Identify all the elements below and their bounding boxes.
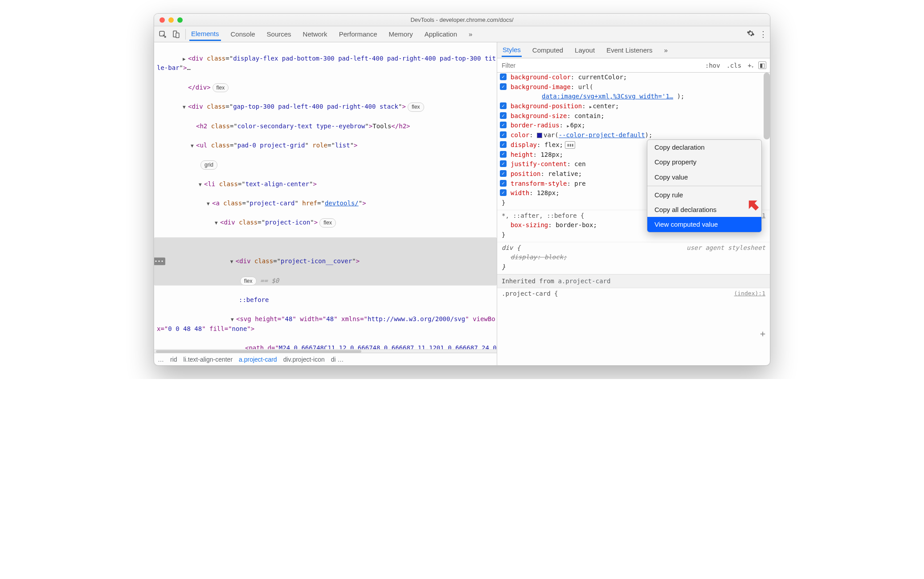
checkbox-icon[interactable] xyxy=(500,102,507,109)
tab-sources[interactable]: Sources xyxy=(265,28,293,41)
selector[interactable]: div { xyxy=(502,244,520,251)
tab-elements[interactable]: Elements xyxy=(189,27,221,41)
layout-badge-flex[interactable]: flex xyxy=(240,277,257,286)
css-declaration[interactable]: border-radius: 6px; xyxy=(502,121,765,130)
context-menu-item[interactable]: View computed value xyxy=(647,217,761,232)
css-variable[interactable]: --color-project-default xyxy=(559,131,645,139)
attr-value: gap-top-300 pad-left-400 pad-right-400 s… xyxy=(233,103,398,110)
css-value: flex; xyxy=(544,141,563,148)
new-style-rule-button[interactable]: +▾ xyxy=(746,61,756,70)
tag-text: " fill=" xyxy=(202,325,232,332)
breadcrumb-item[interactable]: div.project-icon xyxy=(283,356,325,363)
titlebar: DevTools - developer.chrome.com/docs/ xyxy=(154,14,770,26)
selected-dom-node[interactable]: ••• <div class="project-icon__cover"> fl… xyxy=(154,237,497,285)
side-tab-styles[interactable]: Styles xyxy=(502,43,522,57)
tab-console[interactable]: Console xyxy=(229,28,257,41)
breadcrumb-overflow[interactable]: … xyxy=(158,356,164,363)
tab-performance[interactable]: Performance xyxy=(337,28,379,41)
close-window-button[interactable] xyxy=(159,17,165,23)
layout-badge-grid[interactable]: grid xyxy=(200,160,217,170)
breadcrumb-item-active[interactable]: a.project-card xyxy=(239,356,277,363)
css-value: cen xyxy=(574,160,585,167)
side-tab-layout[interactable]: Layout xyxy=(574,44,596,57)
elements-pane: <div class="display-flex pad-bottom-300 … xyxy=(154,42,497,365)
menu-separator xyxy=(647,186,761,186)
context-menu-item[interactable]: Copy property xyxy=(647,155,761,169)
checkbox-icon[interactable] xyxy=(500,112,507,119)
checkbox-icon[interactable] xyxy=(500,122,507,128)
checkbox-icon[interactable] xyxy=(500,189,507,196)
context-menu-item[interactable]: Copy declaration xyxy=(647,140,761,155)
layout-badge-flex[interactable]: flex xyxy=(319,218,336,228)
css-property: background-color xyxy=(511,73,571,81)
horizontal-scrollbar[interactable] xyxy=(154,349,497,353)
css-property: border-radius xyxy=(511,122,560,129)
css-declaration[interactable]: color: var(--color-project-default); xyxy=(502,130,765,140)
inspect-element-icon[interactable] xyxy=(157,29,168,40)
dom-tree[interactable]: <div class="display-flex pad-bottom-300 … xyxy=(154,42,497,349)
css-declaration[interactable]: background-size: contain; xyxy=(502,111,765,121)
gear-icon[interactable] xyxy=(747,29,755,39)
context-menu-item[interactable]: Copy all declarations xyxy=(647,202,761,217)
tab-network[interactable]: Network xyxy=(301,28,329,41)
minimize-window-button[interactable] xyxy=(168,17,174,23)
css-property: background-image xyxy=(511,83,571,90)
css-declaration[interactable]: background-image: url(data:image/svg+xml… xyxy=(502,82,765,102)
expand-shorthand-icon[interactable] xyxy=(567,122,570,129)
side-tab-event-listeners[interactable]: Event Listeners xyxy=(605,44,653,57)
checkbox-icon[interactable] xyxy=(500,151,507,158)
checkbox-icon[interactable] xyxy=(500,73,507,80)
checkbox-icon[interactable] xyxy=(500,141,507,148)
tab-application[interactable]: Application xyxy=(423,28,459,41)
zoom-window-button[interactable] xyxy=(177,17,183,23)
checkbox-icon[interactable] xyxy=(500,180,507,187)
selector[interactable]: *, ::after, ::before { xyxy=(502,212,584,219)
device-toolbar-icon[interactable] xyxy=(170,29,182,40)
tab-memory[interactable]: Memory xyxy=(387,28,415,41)
layout-badge-flex[interactable]: flex xyxy=(408,102,424,112)
attr-value: http://www.w3.org/2000/svg xyxy=(368,315,465,322)
add-rule-plus-icon[interactable]: + xyxy=(760,327,765,341)
separator xyxy=(185,29,186,40)
css-value: contain; xyxy=(574,112,604,119)
color-swatch-icon[interactable] xyxy=(537,133,542,138)
breadcrumb-item[interactable]: rid xyxy=(170,356,177,363)
sidebar-tabs: Styles Computed Layout Event Listeners » xyxy=(497,42,770,58)
main-toolbar: Elements Console Sources Network Perform… xyxy=(154,26,770,42)
flexbox-editor-icon[interactable]: ▮▮▮ xyxy=(565,141,575,149)
pseudo-element[interactable]: ::before xyxy=(239,296,269,303)
css-declaration-overridden[interactable]: display: block; xyxy=(502,253,765,262)
checkbox-icon[interactable] xyxy=(500,160,507,167)
css-declaration[interactable]: background-color: currentColor; xyxy=(502,73,765,82)
layout-badge-flex[interactable]: flex xyxy=(213,83,229,93)
source-link[interactable]: (index):1 xyxy=(734,289,765,298)
css-declaration[interactable]: background-position: center; xyxy=(502,102,765,111)
context-menu-item[interactable]: Copy value xyxy=(647,170,761,184)
kebab-menu-icon[interactable]: ⋮ xyxy=(759,29,767,39)
side-tabs-overflow[interactable]: » xyxy=(663,44,669,57)
toggle-computed-panel-icon[interactable]: ◧ xyxy=(758,61,766,69)
href-link[interactable]: devtools/ xyxy=(325,200,359,207)
breadcrumb-item[interactable]: di … xyxy=(331,356,344,363)
inherit-selector[interactable]: a.project-card xyxy=(558,277,610,285)
selector[interactable]: .project-card { xyxy=(502,290,558,297)
css-value: relative; xyxy=(548,170,582,177)
content: <div class="display-flex pad-bottom-300 … xyxy=(154,42,770,365)
checkbox-icon[interactable] xyxy=(500,131,507,138)
inherited-from-header: Inherited from a.project-card xyxy=(497,274,770,289)
context-menu-item[interactable]: Copy rule xyxy=(647,188,761,202)
styles-filter-input[interactable] xyxy=(501,61,701,69)
breadcrumbs[interactable]: … rid li.text-align-center a.project-car… xyxy=(154,353,497,365)
url-link[interactable]: data:image/svg+xml,%3Csvg width='1… xyxy=(542,93,673,100)
closing-tag: </h2> xyxy=(391,122,410,130)
css-value: center; xyxy=(593,102,619,110)
checkbox-icon[interactable] xyxy=(500,170,507,177)
css-property: background-position xyxy=(511,102,582,110)
tabs-overflow[interactable]: » xyxy=(467,28,474,41)
checkbox-icon[interactable] xyxy=(500,83,507,90)
side-tab-computed[interactable]: Computed xyxy=(532,44,564,57)
hov-button[interactable]: :hov xyxy=(703,61,722,70)
breadcrumb-item[interactable]: li.text-align-center xyxy=(184,356,233,363)
console-ref: == $0 xyxy=(260,277,279,284)
cls-button[interactable]: .cls xyxy=(724,61,743,70)
